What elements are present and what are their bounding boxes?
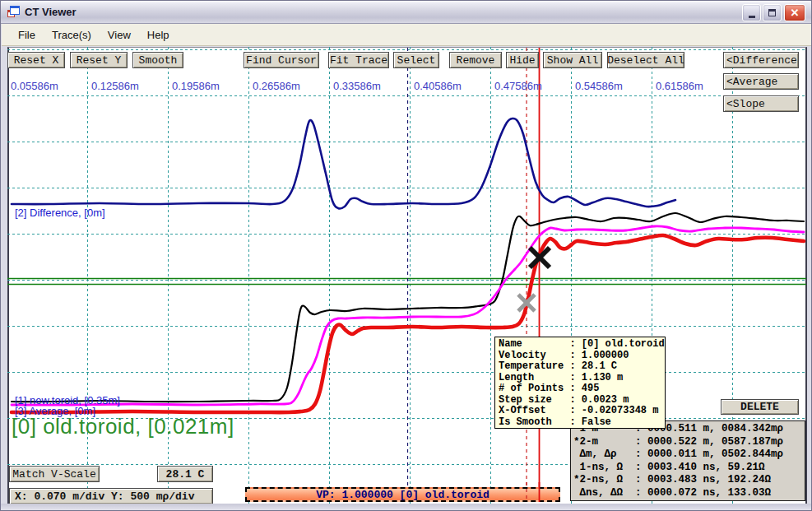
remove-button[interactable]: Remove (449, 52, 502, 68)
tooltip-line: Length : 1.130 m (499, 373, 665, 384)
minimize-icon (749, 16, 755, 18)
close-button[interactable]: ✕ (784, 4, 805, 21)
x-tick-label: 0.54586m (575, 80, 623, 92)
window-title: CT Viewer (25, 6, 806, 18)
menu-traces[interactable]: Trace(s) (44, 26, 100, 44)
vp-bar[interactable]: VP: 1.000000 [0] old.toroid (245, 487, 560, 502)
measure-line: Δm, Δρ : 0000.011 m, 0502.844mρ (573, 448, 805, 462)
average-button[interactable]: <Average (723, 73, 799, 90)
app-icon (7, 6, 21, 19)
difference-button[interactable]: <Difference (723, 52, 799, 68)
fit-trace-button[interactable]: Fit Trace (328, 52, 389, 68)
minimize-button[interactable] (742, 4, 761, 21)
tooltip-line: Step size : 0.0023 m (499, 395, 665, 406)
window-frame-bottom (1, 504, 811, 510)
tooltip-line: X-Offset : -0.02073348 m (499, 406, 665, 417)
maximize-button[interactable] (763, 4, 782, 21)
x-tick-label: 0.26586m (253, 80, 300, 92)
measure-line: Δns, ΔΩ : 0000.072 ns, 133.03Ω (573, 487, 805, 500)
measure-line: *2-m : 0000.522 m, 0587.187mρ (573, 436, 805, 449)
close-icon: ✕ (791, 7, 800, 18)
menubar: File Trace(s) View Help (2, 24, 812, 46)
slope-button[interactable]: <Slope (723, 95, 799, 112)
tooltip-line: Name : [0] old.toroid (499, 339, 665, 351)
menu-help[interactable]: Help (139, 26, 178, 44)
menu-file[interactable]: File (10, 26, 44, 44)
temperature-box: 28.1 C (157, 466, 213, 482)
x-tick-label: 0.33586m (333, 80, 381, 92)
select-button[interactable]: Select (393, 52, 439, 68)
measure-line: 1-ns, Ω : 0003.410 ns, 59.21Ω (573, 462, 805, 475)
tooltip-line: Is Smooth : False (499, 417, 665, 429)
reset-x-button[interactable]: Reset X (7, 52, 65, 68)
tooltip-line: # of Points : 495 (499, 383, 665, 395)
window: CT Viewer ✕ File Trace(s) View Help 0.05… (0, 0, 812, 511)
show-all-button[interactable]: Show All (543, 52, 602, 68)
x-tick-label: 0.40586m (414, 80, 462, 92)
x-tick-label: 0.61586m (656, 80, 703, 92)
x-tick-label: 0.12586m (91, 80, 139, 92)
smooth-button[interactable]: Smooth (132, 52, 183, 68)
scale-readout-box: X: 0.070 m/div Y: 500 mρ/div (9, 488, 213, 504)
trace--2-difference (12, 118, 675, 209)
match-vscale-button[interactable]: Match V-Scale (9, 466, 100, 482)
delete-button[interactable]: DELETE (721, 399, 799, 415)
selected-trace-label: [0] old.toroid, [0.021m] (12, 414, 234, 439)
reset-y-button[interactable]: Reset Y (70, 52, 128, 68)
titlebar: CT Viewer ✕ (1, 1, 811, 24)
x-tick-label: 0.05586m (11, 80, 58, 92)
x-tick-label: 0.47586m (494, 80, 542, 92)
x-tick-label: 0.19586m (172, 80, 220, 92)
find-cursor-button[interactable]: Find Cursor (244, 52, 319, 68)
trace-label-difference: [2] Difference, [0m] (15, 207, 105, 219)
maximize-icon (768, 9, 776, 16)
measure-line: *2-ns, Ω : 0003.483 ns, 192.24Ω (573, 474, 805, 487)
tooltip-line: Temperature : 28.1 C (499, 361, 665, 373)
menu-view[interactable]: View (100, 26, 139, 44)
trace-info-tooltip: Name : [0] old.toroidVelocity : 1.000000… (494, 337, 666, 429)
hide-button[interactable]: Hide (506, 52, 539, 68)
tooltip-line: Velocity : 1.000000 (499, 351, 665, 362)
measurement-panel: 1-m : 0000.511 m, 0084.342mρ*2-m : 0000.… (570, 420, 805, 501)
deselect-all-button[interactable]: Deselect All (607, 52, 684, 68)
